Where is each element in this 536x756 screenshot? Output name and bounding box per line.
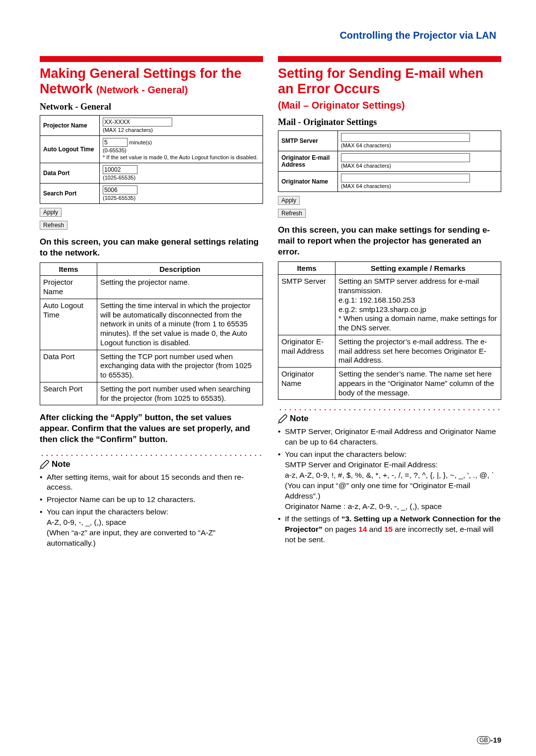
projector-name-input[interactable] [103, 118, 172, 126]
th-desc: Description [97, 263, 263, 276]
red-rule [40, 56, 263, 62]
page-ref-14[interactable]: 14 [358, 525, 367, 533]
dotted-rule [40, 454, 263, 456]
page-header: Controlling the Projector via LAN [40, 30, 501, 41]
apply-button[interactable]: Apply [278, 196, 300, 205]
left-confirm-text: After clicking the “Apply” button, the s… [40, 412, 263, 445]
note-line: You can input the characters below: [47, 507, 168, 516]
projector-name-label: Projector Name [40, 116, 100, 136]
right-column: Setting for Sending E-mail when an Error… [278, 56, 501, 551]
dotted-rule [278, 409, 501, 411]
auto-logout-input[interactable] [103, 138, 128, 147]
desc-text: Setting the port number used when search… [97, 382, 263, 405]
data-port-label: Data Port [40, 163, 100, 184]
apply-button[interactable]: Apply [40, 208, 62, 217]
title-sub: (Mail – Originator Settings) [278, 100, 405, 111]
th-items: Items [278, 262, 335, 275]
refresh-button[interactable]: Refresh [278, 209, 306, 218]
desc-item: Projector Name [40, 276, 97, 299]
note-line: (You can input “@” only one time for “Or… [285, 481, 501, 502]
desc-text: Setting the TCP port number used when ex… [97, 350, 263, 382]
th-items: Items [40, 263, 97, 276]
content-columns: Making General Settings for the Network … [40, 56, 501, 551]
search-port-hint: (1025-65535) [103, 195, 135, 201]
right-desc-table: Items Setting example / Remarks SMTP Ser… [278, 261, 501, 400]
left-lead: On this screen, you can make general set… [40, 237, 263, 258]
auto-logout-note: * If the set value is made 0, the Auto L… [103, 154, 258, 160]
orig-name-hint: (MAX 64 characters) [341, 183, 391, 189]
orig-email-hint: (MAX 64 characters) [341, 163, 391, 169]
data-port-hint: (1025-65535) [103, 175, 135, 181]
left-desc-table: Items Description Projector NameSetting … [40, 262, 263, 405]
left-section-title: Making General Settings for the Network … [40, 66, 263, 97]
desc-text: Setting the time interval in which the p… [97, 299, 263, 350]
note-item: You can input the characters below: A-Z,… [40, 507, 263, 549]
note-label: Note [290, 414, 309, 424]
title-sub: (Network - General) [96, 84, 188, 95]
desc-item: Originator E-mail Address [278, 335, 335, 367]
auto-logout-unit: minute(s) [129, 139, 152, 145]
note-item: You can input the characters below: SMTP… [278, 449, 501, 512]
smtp-label: SMTP Server [278, 131, 338, 151]
note-item: If the settings of “3. Setting up a Netw… [278, 514, 501, 545]
red-rule [278, 56, 501, 62]
smtp-input[interactable] [341, 133, 470, 142]
note-line: on pages [323, 525, 358, 533]
page-footer: GB-19 [477, 736, 501, 744]
note-line: A-Z, 0-9, -, _, (,), space [47, 517, 263, 528]
right-section-title: Setting for Sending E-mail when an Error… [278, 66, 501, 112]
title-main: Setting for Sending E-mail when an Error… [278, 66, 483, 96]
desc-item: Originator Name [278, 368, 335, 400]
note-line: SMTP Server and Originator E-mail Addres… [285, 460, 501, 470]
page-number: -19 [490, 736, 501, 744]
search-port-input[interactable] [103, 186, 137, 194]
mail-originator-form: SMTP Server (MAX 64 characters) Originat… [278, 130, 501, 192]
desc-item: Auto Logout Time [40, 299, 97, 350]
page-ref-15[interactable]: 15 [384, 525, 393, 533]
right-note-list: SMTP Server, Originator E-mail Address a… [278, 427, 501, 545]
desc-item: SMTP Server [278, 275, 335, 335]
note-icon [40, 459, 50, 469]
desc-item: Search Port [40, 382, 97, 405]
right-lead: On this screen, you can make settings fo… [278, 225, 501, 257]
note-icon [278, 414, 288, 424]
auto-logout-hint: (0-65535) [103, 147, 127, 153]
desc-text: Setting the projector’s e-mail address. … [335, 335, 501, 367]
note-line: You can input the characters below: [285, 450, 406, 458]
data-port-input[interactable] [103, 165, 137, 174]
desc-item: Data Port [40, 350, 97, 382]
note-heading: Note [40, 459, 263, 469]
auto-logout-label: Auto Logout Time [40, 136, 100, 163]
search-port-label: Search Port [40, 184, 100, 204]
orig-email-input[interactable] [341, 153, 470, 162]
note-item: SMTP Server, Originator E-mail Address a… [278, 427, 501, 447]
th-desc: Setting example / Remarks [335, 262, 501, 275]
projector-name-hint: (MAX 12 characters) [103, 127, 153, 133]
desc-text: Setting an SMTP server address for e-mai… [335, 275, 501, 335]
refresh-button[interactable]: Refresh [40, 221, 67, 230]
smtp-hint: (MAX 64 characters) [341, 142, 391, 148]
right-panel-caption: Mail - Originator Settings [278, 117, 501, 127]
left-note-list: After setting items, wait for about 15 s… [40, 472, 263, 549]
orig-name-label: Originator Name [278, 172, 338, 192]
orig-email-label: Originator E-mail Address [278, 151, 338, 172]
note-item: After setting items, wait for about 15 s… [40, 472, 263, 493]
gb-badge: GB [477, 736, 490, 744]
desc-text: Setting the projector name. [97, 276, 263, 299]
note-line: a-z, A-Z, 0-9, !, #, $, %, &, *, +, -, /… [285, 470, 501, 481]
note-line: If the settings of [285, 514, 341, 523]
left-column: Making General Settings for the Network … [40, 56, 263, 551]
note-line: and [367, 525, 384, 533]
desc-text: Setting the sender’s name. The name set … [335, 368, 501, 400]
note-line: (When “a-z” are input, they are converte… [47, 528, 263, 549]
note-heading: Note [278, 414, 501, 424]
note-label: Note [52, 459, 70, 469]
note-item: Projector Name can be up to 12 character… [40, 495, 263, 505]
network-general-form: Projector Name (MAX 12 characters) Auto … [40, 115, 263, 204]
left-panel-caption: Network - General [40, 102, 263, 112]
orig-name-input[interactable] [341, 174, 470, 183]
note-line: Originator Name : a-z, A-Z, 0-9, -, _, (… [285, 502, 501, 512]
